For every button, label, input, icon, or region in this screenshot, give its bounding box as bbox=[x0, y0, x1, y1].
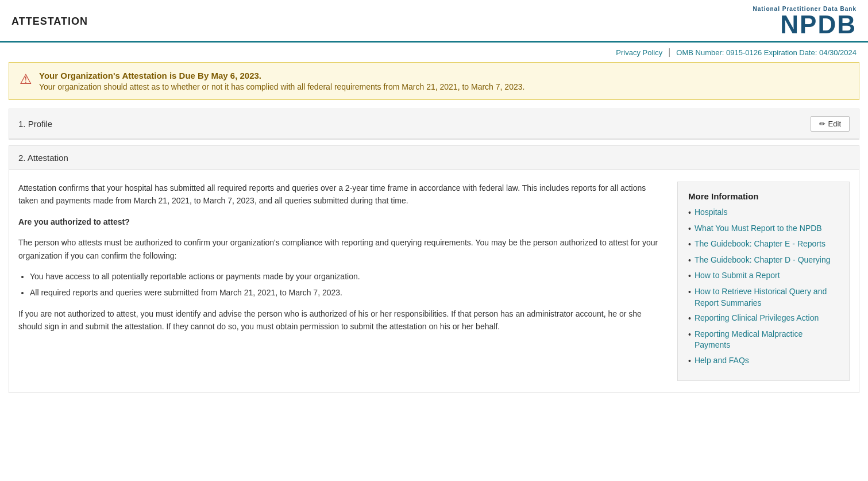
sidebar-link[interactable]: How to Retrieve Historical Query and Rep… bbox=[695, 286, 839, 309]
sidebar-link[interactable]: The Guidebook: Chapter E - Reports bbox=[695, 238, 825, 250]
attestation-section: 2. Attestation Attestation confirms that… bbox=[9, 145, 859, 393]
attestation-section-header: 2. Attestation bbox=[9, 146, 859, 170]
sidebar-link-item: How to Retrieve Historical Query and Rep… bbox=[688, 286, 839, 309]
sidebar-links-list: HospitalsWhat You Must Report to the NPD… bbox=[688, 207, 839, 367]
alert-title: Your Organization's Attestation is Due B… bbox=[39, 71, 524, 80]
main-content-area: Attestation confirms that your hospital … bbox=[9, 170, 859, 393]
page-title: ATTESTATION bbox=[11, 16, 88, 28]
sidebar-link-item: The Guidebook: Chapter D - Querying bbox=[688, 255, 839, 267]
logo-large-text: NPDB bbox=[780, 10, 857, 39]
more-information-sidebar: More Information HospitalsWhat You Must … bbox=[677, 182, 850, 381]
pencil-icon: ✏ bbox=[819, 120, 825, 128]
sidebar-link[interactable]: What You Must Report to the NPDB bbox=[695, 223, 822, 234]
authorized-bullets: You have access to all potentially repor… bbox=[30, 270, 660, 299]
attestation-body: Attestation confirms that your hospital … bbox=[9, 170, 859, 393]
main-text: Attestation confirms that your hospital … bbox=[18, 182, 677, 381]
profile-section: 1. Profile ✏ Edit bbox=[9, 109, 859, 140]
edit-button-label: Edit bbox=[828, 120, 841, 128]
intro-paragraph: Attestation confirms that your hospital … bbox=[18, 182, 660, 207]
profile-section-label: 1. Profile bbox=[18, 119, 52, 129]
sidebar-link[interactable]: How to Submit a Report bbox=[695, 270, 780, 282]
npdb-logo: National Practitioner Data Bank NPDB bbox=[753, 6, 857, 37]
sidebar-link[interactable]: Hospitals bbox=[695, 207, 728, 218]
privacy-policy-link[interactable]: Privacy Policy bbox=[616, 48, 662, 57]
sidebar-link-item: Hospitals bbox=[688, 207, 839, 219]
bullet-item-1: You have access to all potentially repor… bbox=[30, 270, 660, 283]
sidebar-link[interactable]: Reporting Medical Malpractice Payments bbox=[695, 329, 839, 351]
omb-text: OMB Number: 0915-0126 Expiration Date: 0… bbox=[676, 48, 857, 57]
edit-profile-button[interactable]: ✏ Edit bbox=[811, 116, 850, 132]
authorized-body-paragraph: The person who attests must be authorize… bbox=[18, 236, 660, 262]
authorized-heading: Are you authorized to attest? bbox=[18, 217, 130, 226]
sidebar-link[interactable]: The Guidebook: Chapter D - Querying bbox=[695, 255, 831, 266]
sidebar-title: More Information bbox=[688, 191, 839, 201]
sidebar-link[interactable]: Help and FAQs bbox=[695, 355, 749, 367]
alert-banner: ⚠ Your Organization's Attestation is Due… bbox=[9, 62, 859, 100]
sidebar-link[interactable]: Reporting Clinical Privileges Action bbox=[695, 313, 819, 324]
top-bar: Privacy Policy | OMB Number: 0915-0126 E… bbox=[0, 43, 868, 62]
top-bar-divider: | bbox=[668, 47, 670, 57]
alert-body: Your organization should attest as to wh… bbox=[39, 82, 524, 91]
sidebar-link-item: Reporting Medical Malpractice Payments bbox=[688, 329, 839, 351]
authorized-heading-paragraph: Are you authorized to attest? bbox=[18, 216, 660, 228]
sidebar-link-item: Reporting Clinical Privileges Action bbox=[688, 313, 839, 325]
bullet-item-2: All required reports and queries were su… bbox=[30, 286, 660, 299]
alert-content: Your Organization's Attestation is Due B… bbox=[39, 71, 524, 91]
not-authorized-paragraph: If you are not authorized to attest, you… bbox=[18, 307, 660, 333]
sidebar-link-item: Help and FAQs bbox=[688, 355, 839, 367]
sidebar-link-item: The Guidebook: Chapter E - Reports bbox=[688, 238, 839, 251]
attestation-section-label: 2. Attestation bbox=[18, 153, 68, 163]
profile-section-header: 1. Profile ✏ Edit bbox=[9, 109, 859, 139]
page-header: ATTESTATION National Practitioner Data B… bbox=[0, 0, 868, 43]
sidebar-link-item: What You Must Report to the NPDB bbox=[688, 223, 839, 235]
warning-icon: ⚠ bbox=[20, 71, 32, 87]
sidebar-link-item: How to Submit a Report bbox=[688, 270, 839, 282]
